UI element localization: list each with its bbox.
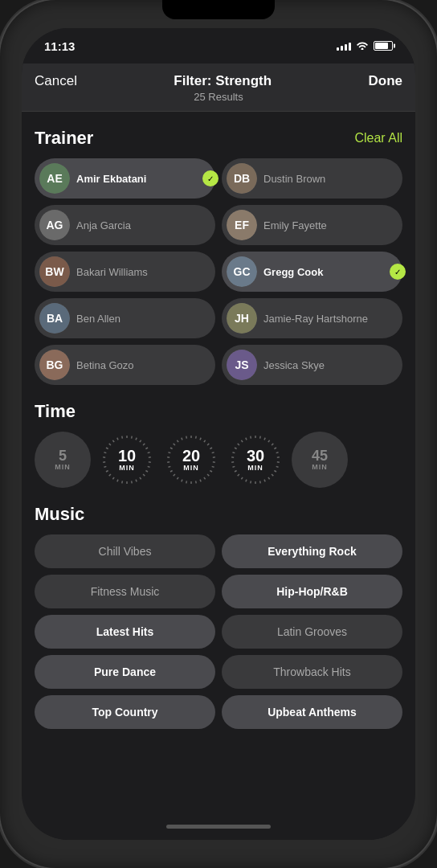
cancel-button[interactable]: Cancel [35,73,77,89]
svg-line-61 [260,436,261,439]
music-item[interactable]: Latin Grooves [222,615,402,649]
trainer-item[interactable]: AGAnja Garcia [35,205,215,245]
svg-line-1 [132,436,133,439]
trainer-item[interactable]: JSJessica Skye [222,345,402,385]
trainer-item[interactable]: GCGregg Cook✓ [222,252,402,292]
filter-header: Cancel Filter: Strength Done 25 Results [22,63,415,112]
trainer-item[interactable]: AEAmir Ekbatani✓ [35,158,215,199]
svg-line-77 [246,480,247,482]
music-name: Pure Dance [94,665,156,678]
signal-icon [337,41,351,51]
trainer-name: Gregg Cook [263,266,393,278]
wifi-icon [356,39,369,52]
svg-line-9 [148,466,150,467]
svg-line-32 [200,438,201,440]
music-name: Everything Rock [268,545,356,558]
music-name: Latest Hits [96,625,154,638]
trainer-item[interactable]: BABen Allen [35,298,215,338]
status-time: 11:13 [44,39,75,53]
music-item[interactable]: Chill Vibes [35,534,215,568]
time-dial[interactable]: 5MIN [35,432,91,488]
svg-line-28 [117,438,118,440]
trainer-avatar: AE [39,163,70,194]
svg-line-29 [122,436,123,439]
music-grid: Chill VibesEverything RockFitness MusicH… [35,534,402,729]
trainer-checkmark-icon: ✓ [202,170,218,186]
svg-line-21 [104,466,106,467]
trainer-name: Jamie-Ray Hartshorne [263,313,393,325]
svg-line-84 [232,452,235,453]
time-unit-label: MIN [119,464,135,472]
music-item[interactable]: Upbeat Anthems [222,695,402,729]
trainer-name: Bakari Williams [76,266,206,278]
trainer-checkmark-icon: ✓ [390,264,406,280]
trainer-avatar: DB [227,163,257,194]
svg-line-66 [276,452,279,453]
trainer-avatar: BA [39,303,70,334]
trainer-item[interactable]: DBDustin Brown [222,158,402,199]
clear-all-button[interactable]: Clear All [354,131,402,145]
trainer-grid: AEAmir Ekbatani✓DBDustin BrownAGAnja Gar… [35,158,402,385]
trainer-item[interactable]: BWBakari Williams [35,252,215,292]
svg-line-47 [182,480,182,482]
trainer-avatar: EF [227,210,257,240]
svg-line-46 [186,481,187,483]
svg-line-54 [168,452,170,453]
trainer-avatar: JS [227,350,257,380]
music-name: Latin Grooves [277,625,347,638]
svg-line-3 [140,440,141,442]
svg-line-50 [170,471,173,473]
music-item[interactable]: Hip-Hop/R&B [222,575,402,608]
time-number: 10 [118,448,136,464]
home-bar [166,825,271,829]
svg-line-51 [168,466,170,467]
svg-line-18 [112,477,114,479]
svg-line-89 [251,436,251,439]
svg-line-4 [143,444,145,445]
music-item[interactable]: Pure Dance [35,655,215,689]
svg-line-78 [241,477,243,479]
scroll-content: Trainer Clear All AEAmir Ekbatani✓DBDust… [22,112,415,813]
svg-line-10 [145,471,148,473]
header-title: Filter: Strength [174,73,272,89]
music-item[interactable]: Fitness Music [35,575,215,608]
time-dial[interactable]: 10MIN [99,432,155,488]
time-number: 5 [59,448,67,463]
music-item[interactable]: Latest Hits [35,615,215,649]
time-dial[interactable]: 45MIN [292,432,348,488]
svg-line-16 [122,481,123,483]
svg-line-14 [132,481,133,483]
svg-line-70 [274,471,276,473]
music-item[interactable]: Everything Rock [222,534,402,568]
done-button[interactable]: Done [368,73,402,89]
time-dial[interactable]: 30MIN [227,432,284,488]
trainer-avatar: JH [227,303,257,334]
svg-line-55 [170,448,173,449]
svg-line-11 [143,474,145,476]
phone-frame: 11:13 Cance [0,0,437,868]
time-dial[interactable]: 20MIN [163,432,219,488]
svg-line-79 [238,474,239,476]
svg-line-73 [264,480,265,482]
trainer-item[interactable]: JHJamie-Ray Hartshorne [222,298,402,338]
svg-line-48 [177,477,178,479]
trainer-name: Betina Gozo [76,359,206,371]
svg-line-87 [241,440,243,442]
svg-line-62 [264,438,265,440]
svg-line-5 [145,448,148,449]
trainer-item[interactable]: EFEmily Fayette [222,205,402,245]
svg-line-43 [200,480,201,482]
music-item[interactable]: Throwback Hits [222,655,402,689]
svg-line-64 [272,444,273,445]
music-item[interactable]: Top Country [35,695,215,729]
svg-line-81 [232,466,235,467]
svg-line-24 [104,452,106,453]
trainer-name: Jessica Skye [263,359,393,371]
trainer-avatar: BG [39,350,70,380]
time-section-header: Time [35,401,402,422]
svg-line-17 [117,480,118,482]
results-count: 25 Results [194,91,243,103]
trainer-item[interactable]: BGBetina Gozo [35,345,215,385]
svg-line-76 [251,481,251,483]
svg-line-13 [136,480,137,482]
